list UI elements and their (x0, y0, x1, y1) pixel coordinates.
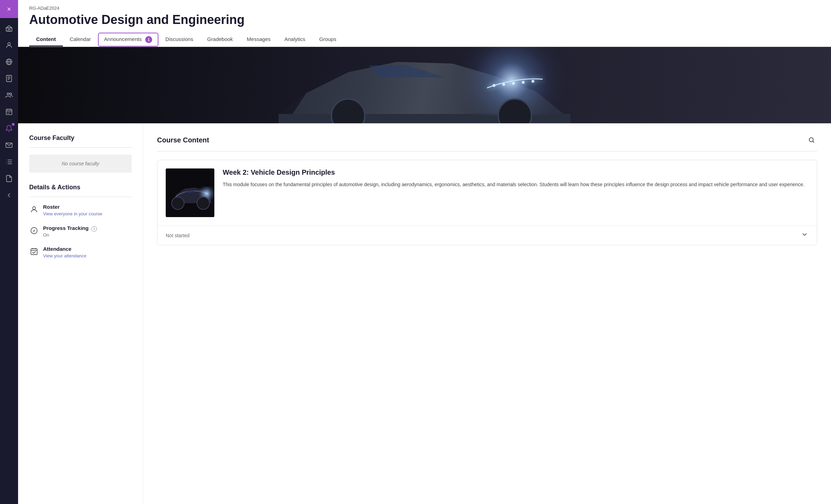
svg-point-10 (7, 93, 9, 95)
progress-value: On (43, 232, 97, 238)
hero-canvas (18, 47, 831, 123)
svg-point-28 (33, 207, 35, 209)
tab-gradebook[interactable]: Gradebook (200, 33, 240, 47)
sidebar-item-user[interactable] (1, 38, 17, 53)
document-icon (5, 175, 13, 182)
sidebar-nav (1, 18, 17, 504)
roster-content: Roster View everyone in your course (43, 204, 102, 217)
calendar-icon (5, 108, 13, 116)
content-search-button[interactable] (806, 134, 817, 146)
sidebar-item-institution[interactable] (1, 21, 17, 36)
svg-line-35 (813, 141, 814, 143)
tab-messages[interactable]: Messages (240, 33, 277, 47)
sidebar: × (0, 0, 18, 504)
sidebar-item-documents[interactable] (1, 171, 17, 186)
module-info: Week 2: Vehicle Design Principles This m… (223, 168, 808, 217)
progress-content: Progress Tracking i On (43, 225, 97, 238)
svg-point-34 (809, 138, 813, 142)
sidebar-item-globe[interactable] (1, 54, 17, 69)
module-card-body: Week 2: Vehicle Design Principles This m… (157, 160, 817, 225)
bell-icon (5, 125, 13, 132)
close-button[interactable]: × (0, 0, 18, 18)
roster-label: Roster (43, 204, 102, 210)
faculty-divider (29, 147, 132, 148)
globe-icon (5, 58, 13, 66)
course-title: Automotive Design and Engineering (29, 12, 820, 27)
module-title: Week 2: Vehicle Design Principles (223, 168, 808, 176)
sidebar-item-groups[interactable] (1, 88, 17, 103)
progress-label: Progress Tracking i (43, 225, 97, 232)
sidebar-item-messages[interactable] (1, 138, 17, 153)
gradebook-icon (5, 75, 13, 82)
progress-info-icon[interactable]: i (91, 226, 97, 232)
svg-rect-30 (31, 249, 37, 255)
sidebar-item-notifications[interactable] (1, 121, 17, 136)
institution-icon (5, 25, 13, 32)
expand-module-button[interactable] (801, 231, 808, 240)
progress-icon (29, 226, 39, 236)
module-description: This module focuses on the fundamental p… (223, 181, 808, 188)
sidebar-item-back[interactable] (1, 188, 17, 203)
tab-calendar[interactable]: Calendar (63, 33, 98, 47)
sidebar-item-list[interactable] (1, 154, 17, 170)
details-divider (29, 197, 132, 197)
attendance-icon (29, 247, 39, 256)
attendance-detail: Attendance View your attendance (29, 246, 132, 259)
user-icon (5, 41, 13, 49)
course-content-title: Course Content (157, 136, 209, 144)
svg-point-2 (8, 43, 10, 45)
svg-rect-0 (6, 28, 12, 31)
tab-groups[interactable]: Groups (312, 33, 343, 47)
course-content-header: Course Content (157, 134, 817, 146)
close-icon: × (7, 5, 11, 13)
content-divider (157, 151, 817, 151)
back-icon (5, 191, 13, 199)
module-card: Week 2: Vehicle Design Principles This m… (157, 160, 817, 245)
roster-icon (29, 205, 39, 214)
content-area: Course Faculty No course faculty Details… (18, 123, 831, 504)
module-thumbnail (166, 168, 214, 217)
announcements-badge: 1 (145, 36, 152, 43)
roster-link[interactable]: View everyone in your course (43, 211, 102, 216)
module-thumbnail-canvas (166, 168, 214, 217)
groups-icon (5, 91, 13, 99)
sidebar-item-calendar[interactable] (1, 104, 17, 119)
attendance-content: Attendance View your attendance (43, 246, 87, 259)
tab-content[interactable]: Content (29, 33, 63, 47)
tab-announcements[interactable]: Announcements 1 (98, 33, 159, 47)
tab-discussions[interactable]: Discussions (158, 33, 200, 47)
roster-detail: Roster View everyone in your course (29, 204, 132, 217)
notification-badge-dot (12, 123, 15, 126)
left-panel: Course Faculty No course faculty Details… (18, 123, 143, 504)
sidebar-item-gradebook[interactable] (1, 71, 17, 86)
svg-point-11 (10, 93, 12, 95)
main-area: RG-ADaE2024 Automotive Design and Engine… (18, 0, 831, 504)
right-panel: Course Content Week 2: Vehicle Design Pr… (143, 123, 831, 504)
tabs-nav: Content Calendar Announcements 1 Discuss… (29, 33, 820, 47)
course-code: RG-ADaE2024 (29, 6, 820, 11)
module-footer: Not started (157, 225, 817, 245)
details-section-title: Details & Actions (29, 184, 132, 191)
hero-image (18, 47, 831, 123)
svg-rect-1 (8, 29, 10, 31)
mail-icon (5, 141, 13, 149)
tab-analytics[interactable]: Analytics (278, 33, 312, 47)
no-faculty-notice: No course faculty (29, 155, 132, 173)
attendance-label: Attendance (43, 246, 87, 252)
header: RG-ADaE2024 Automotive Design and Engine… (18, 0, 831, 47)
svg-rect-6 (7, 75, 12, 82)
module-status: Not started (166, 233, 189, 238)
progress-tracking-detail: Progress Tracking i On (29, 225, 132, 238)
faculty-section-title: Course Faculty (29, 134, 132, 142)
list-icon (5, 158, 13, 166)
attendance-link[interactable]: View your attendance (43, 253, 87, 258)
